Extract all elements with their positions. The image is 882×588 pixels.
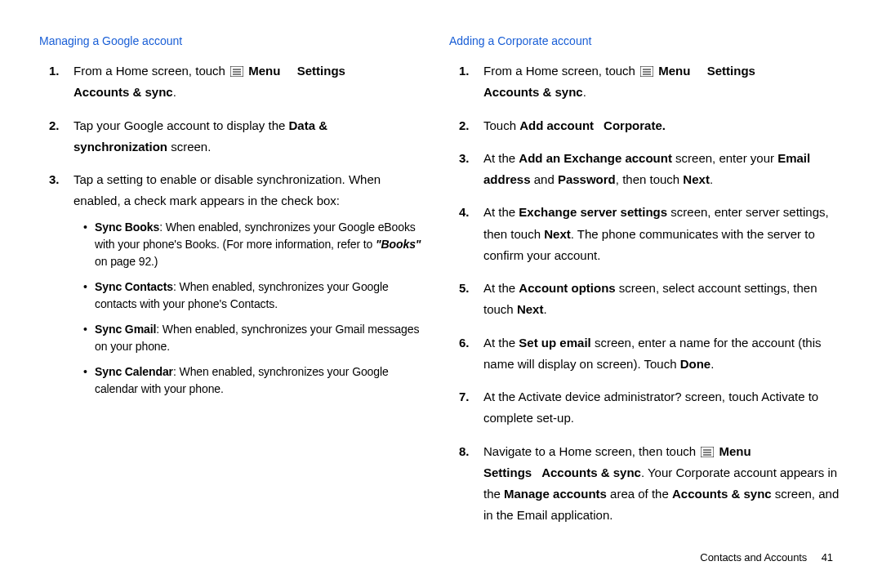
text: At the xyxy=(483,336,519,350)
bullet-sync-gmail: Sync Gmail: When enabled, synchronizes y… xyxy=(74,321,425,355)
text: and xyxy=(531,172,558,186)
text: Tap a setting to enable or disable synch… xyxy=(74,172,381,207)
menu-icon xyxy=(701,447,714,457)
text: At the Activate device administrator? sc… xyxy=(483,390,818,425)
bold: Sync Calendar xyxy=(95,365,173,378)
menu-icon xyxy=(640,66,653,77)
step-number: 7. xyxy=(459,386,470,408)
right-step-1: 1. From a Home screen, touch Menu Settin… xyxy=(449,60,843,104)
page-number: 41 xyxy=(822,551,833,564)
period: . xyxy=(173,85,176,99)
step-number: 1. xyxy=(49,60,60,82)
text: Navigate to a Home screen, then touch xyxy=(483,444,699,458)
settings-label: Settings xyxy=(707,64,755,78)
page-footer: Contacts and Accounts 41 xyxy=(700,551,833,564)
right-step-8: 8. Navigate to a Home screen, then touch… xyxy=(449,441,843,527)
text: From a Home screen, touch xyxy=(74,64,229,78)
footer-section: Contacts and Accounts xyxy=(700,551,807,564)
menu-label: Menu xyxy=(248,64,280,78)
accounts-sync-label: Accounts & sync xyxy=(74,85,173,99)
text: screen, enter your xyxy=(672,151,777,165)
text: Touch xyxy=(483,118,519,132)
text: From a Home screen, touch xyxy=(483,64,639,78)
bullet-sync-contacts: Sync Contacts: When enabled, synchronize… xyxy=(74,278,425,313)
left-step-1: 1. From a Home screen, touch Menu Settin… xyxy=(39,60,425,104)
text: At the xyxy=(483,205,519,219)
text: At the xyxy=(483,151,519,165)
bold: Next xyxy=(544,227,571,241)
bold: Done xyxy=(680,357,711,371)
right-step-6: 6. At the Set up email screen, enter a n… xyxy=(449,332,843,376)
section-title-right: Adding a Corporate account xyxy=(449,34,843,47)
steps-right: 1. From a Home screen, touch Menu Settin… xyxy=(449,60,843,527)
section-title-left: Managing a Google account xyxy=(39,34,425,47)
bold: Password xyxy=(558,172,616,186)
bold: Sync Gmail xyxy=(95,323,156,336)
text: screen. xyxy=(167,140,211,154)
menu-label: Menu xyxy=(658,64,690,78)
bold: Accounts & sync xyxy=(541,466,641,479)
bold: Add account xyxy=(519,118,594,132)
bold: Next xyxy=(517,302,544,316)
bullet-sync-books: Sync Books: When enabled, synchronizes y… xyxy=(74,219,425,270)
step-number: 3. xyxy=(459,148,470,169)
right-step-7: 7. At the Activate device administrator?… xyxy=(449,386,843,430)
bold: Accounts & sync xyxy=(672,487,772,501)
bold: Next xyxy=(683,172,710,186)
left-step-2: 2. Tap your Google account to display th… xyxy=(39,115,425,158)
step-number: 4. xyxy=(459,202,470,223)
right-step-2: 2. Touch Add accountCorporate. xyxy=(449,115,843,136)
step-number: 1. xyxy=(459,60,470,82)
step-number: 8. xyxy=(459,441,470,462)
step-number: 2. xyxy=(459,115,470,136)
accounts-sync-label: Accounts & sync xyxy=(483,85,583,99)
step-number: 3. xyxy=(49,169,60,190)
text: At the xyxy=(483,281,519,295)
menu-label: Menu xyxy=(719,444,751,458)
bold: Corporate. xyxy=(604,118,666,132)
bold: Manage accounts xyxy=(504,487,607,501)
text: Tap your Google account to display the xyxy=(74,118,289,132)
bold: Account options xyxy=(519,281,615,295)
step-number: 6. xyxy=(459,332,470,354)
bold: Add an Exchange account xyxy=(519,151,672,165)
bold: Settings xyxy=(483,466,532,479)
bold: Sync Books xyxy=(95,220,159,234)
period: . xyxy=(583,85,586,99)
settings-label: Settings xyxy=(297,64,345,78)
right-step-4: 4. At the Exchange server settings scree… xyxy=(449,202,843,266)
bold: Sync Contacts xyxy=(95,280,173,293)
right-column: Adding a Corporate account 1. From a Hom… xyxy=(441,34,843,572)
left-column: Managing a Google account 1. From a Home… xyxy=(39,34,441,572)
right-step-3: 3. At the Add an Exchange account screen… xyxy=(449,148,843,191)
page: Managing a Google account 1. From a Home… xyxy=(0,0,882,588)
step-number: 2. xyxy=(49,115,60,136)
steps-left: 1. From a Home screen, touch Menu Settin… xyxy=(39,60,425,398)
text: . xyxy=(710,357,714,371)
bullet-sync-calendar: Sync Calendar: When enabled, synchronize… xyxy=(74,363,425,398)
bullet-list: Sync Books: When enabled, synchronizes y… xyxy=(74,219,425,398)
bold: Exchange server settings xyxy=(519,205,667,219)
right-step-5: 5. At the Account options screen, select… xyxy=(449,278,843,321)
text: , then touch xyxy=(616,172,684,186)
text: . xyxy=(710,172,713,186)
text: area of the xyxy=(607,487,672,501)
step-number: 5. xyxy=(459,278,470,299)
bold: Set up email xyxy=(519,336,590,350)
text: on page 92.) xyxy=(95,255,158,268)
menu-icon xyxy=(230,66,243,77)
text: . xyxy=(543,302,546,316)
left-step-3: 3. Tap a setting to enable or disable sy… xyxy=(39,169,425,398)
italic-bold: "Books" xyxy=(376,238,421,251)
